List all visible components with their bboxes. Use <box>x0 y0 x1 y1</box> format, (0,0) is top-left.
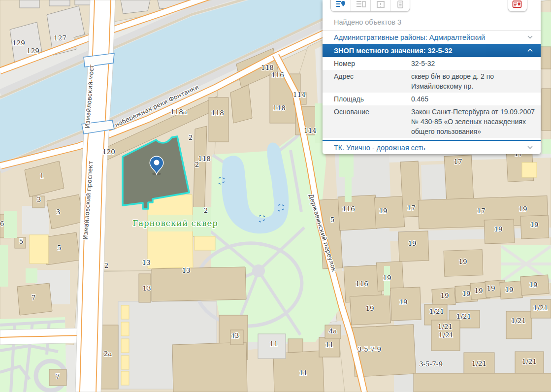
chevron-down-icon <box>527 35 533 39</box>
house-number: 116 <box>356 280 368 288</box>
info-panel: Найдено объектов 3 Административные райо… <box>323 0 541 154</box>
accordion-title: ТК. Улично - дорожная сеть <box>323 144 425 152</box>
house-number: 19 <box>519 205 527 213</box>
house-number: 19 <box>408 239 416 247</box>
detail-label: Площадь <box>323 93 411 105</box>
house-number: 129 <box>12 39 25 47</box>
house-number: 120 <box>102 148 115 156</box>
detail-value: 0.465 <box>411 93 541 105</box>
list-pin-icon <box>336 0 346 8</box>
house-number: 116 <box>271 71 284 79</box>
house-number: 3 <box>235 331 239 339</box>
report-button[interactable] <box>508 0 526 11</box>
house-number: 1/21 <box>472 359 486 367</box>
house-number: 129 <box>27 47 39 55</box>
house-number: 7 <box>56 372 60 380</box>
house-number: 114 <box>293 91 306 98</box>
accordion-admin-districts[interactable]: Административные районы: Адмиралтейский <box>323 31 541 44</box>
found-objects-text: Найдено объектов 3 <box>334 18 401 26</box>
house-number: 6 <box>0 220 4 228</box>
chevron-down-icon <box>527 146 533 149</box>
house-number: 4а <box>329 327 337 335</box>
detail-row: Номер 32-5-32 <box>323 57 541 70</box>
house-number: 13 <box>142 284 151 292</box>
house-number: 7 <box>32 294 36 301</box>
house-number: 13 <box>142 259 150 266</box>
details-table: Номер 32-5-32 Адрес сквер б/н во дворе д… <box>323 57 541 138</box>
house-number: 19 <box>530 221 538 229</box>
house-number: 2 <box>104 261 109 269</box>
house-number: 19 <box>458 258 467 265</box>
house-number: 1/21 <box>533 304 548 312</box>
house-number: 2а <box>104 350 112 358</box>
objects-table-button[interactable] <box>351 0 370 11</box>
house-number: 19 <box>365 304 374 312</box>
accordion-znop[interactable]: ЗНОП местного значения: 32-5-32 <box>323 44 541 57</box>
house-number: 1/21 <box>438 323 453 330</box>
table-icon <box>356 0 366 8</box>
document-icon <box>396 0 404 8</box>
chevron-up-icon <box>527 49 533 52</box>
house-number: 118 <box>198 155 211 163</box>
house-number: 118а <box>170 108 187 116</box>
house-number: 2 <box>204 206 208 214</box>
house-number: 11 <box>269 340 278 348</box>
accordion-title: ЗНОП местного значения: 32-5-32 <box>323 47 453 55</box>
house-number: 19 <box>494 225 502 233</box>
app: 129127129133556772а120118а22118221181181… <box>0 0 551 392</box>
house-number: 5 <box>19 237 24 245</box>
park-label: Гарновский сквер <box>132 219 218 228</box>
detail-value: Закон Санкт-Петербурга от 19.09.2007 № 4… <box>411 105 541 138</box>
house-number: 3 <box>56 208 61 216</box>
frame-info-button[interactable] <box>370 0 390 11</box>
house-number: 127 <box>54 34 66 42</box>
house-number: 19 <box>379 207 387 215</box>
house-number: 13 <box>182 266 190 274</box>
house-number: 1/21 <box>429 307 444 315</box>
accordion-tk-streets[interactable]: ТК. Улично - дорожная сеть <box>323 140 541 154</box>
detail-label: Основание <box>323 105 411 138</box>
house-number: 3-5-7-9 <box>357 345 381 353</box>
accordion-title: Административные районы: Адмиралтейский <box>323 33 485 41</box>
house-number: 19 <box>505 286 513 294</box>
house-number: 1/21 <box>456 312 471 320</box>
house-number: 19 <box>399 298 407 306</box>
house-number: 3-5-7-9 <box>419 360 443 368</box>
export-toolbar <box>508 0 527 12</box>
detail-label: Номер <box>323 57 411 70</box>
house-number: 19 <box>486 284 495 292</box>
house-number: 1/21 <box>511 317 526 325</box>
detail-label: Адрес <box>323 70 411 93</box>
house-number: 1/21 <box>522 358 537 365</box>
house-number: 3 <box>37 196 41 203</box>
house-number: 5 <box>330 216 335 224</box>
house-number: 19 <box>440 292 449 299</box>
house-number: 118 <box>211 109 224 117</box>
detail-value: сквер б/н во дворе д. 2 по Измайловскому… <box>411 70 541 93</box>
detail-row: Основание Закон Санкт-Петербурга от 19.0… <box>323 105 541 138</box>
house-number: 19 <box>474 287 483 294</box>
document-button[interactable] <box>390 0 410 11</box>
house-number: 19 <box>462 290 470 297</box>
house-number: 11 <box>325 341 333 349</box>
house-number: 17 <box>407 204 415 212</box>
house-number: 118 <box>261 64 274 71</box>
detail-row: Площадь 0.465 <box>323 93 541 105</box>
toolbar <box>330 0 410 12</box>
house-number: 19 <box>383 274 391 282</box>
house-number: 1/21 <box>439 331 454 339</box>
house-number: 118 <box>273 104 286 112</box>
detail-value: 32-5-32 <box>411 57 541 70</box>
detail-row: Адрес сквер б/н во дворе д. 2 по Измайло… <box>323 70 541 93</box>
house-number: 114 <box>304 127 317 134</box>
red-report-icon <box>512 0 522 8</box>
house-number: 11 <box>299 369 307 377</box>
house-number: 5 <box>57 244 62 252</box>
frame-icon <box>376 0 385 8</box>
house-number: 17 <box>477 207 485 215</box>
house-number: 17 <box>454 158 462 165</box>
house-number: 1 <box>40 172 44 180</box>
house-number: 2 <box>189 133 193 141</box>
house-number: 19 <box>529 281 537 289</box>
objects-list-button[interactable] <box>331 0 351 11</box>
